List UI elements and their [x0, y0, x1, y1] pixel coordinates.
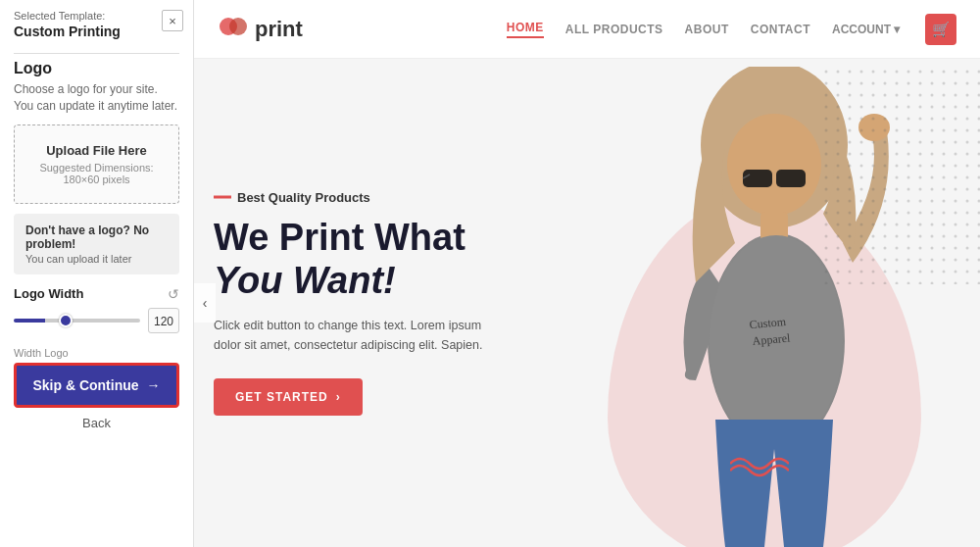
hero-title-line2: You Want!: [214, 260, 396, 301]
hero-title-line1: We Print What: [214, 217, 466, 258]
svg-rect-5: [776, 170, 806, 187]
nav-account[interactable]: ACCOUNT ▾: [832, 23, 900, 36]
nav-links: HOME ALL PRODUCTS ABOUT CONTACT ACCOUNT …: [507, 21, 900, 38]
hero-subtitle: Best Quality Products: [214, 190, 488, 205]
site-hero: ‹ Best Quality Products We Print What Yo…: [194, 59, 980, 547]
upload-box-sub: Suggested Dimensions: 180×60 pixels: [24, 162, 169, 185]
site-logo: print: [218, 14, 303, 45]
nav-account-label: ACCOUNT: [832, 23, 891, 36]
divider: [14, 53, 179, 54]
nav-about[interactable]: ABOUT: [685, 23, 729, 36]
get-started-button[interactable]: GET STARTED ›: [214, 378, 363, 416]
get-started-arrow: ›: [336, 390, 341, 404]
logo-width-row: Logo Width ↺: [14, 286, 179, 302]
left-panel: Selected Template: Custom Printing × Log…: [0, 0, 194, 547]
logo-width-value: 120: [148, 308, 179, 333]
skip-btn-label: Skip & Continue: [32, 377, 138, 393]
hero-body: Click edit button to change this text. L…: [214, 316, 488, 355]
logo-svg-icon: [218, 14, 249, 45]
deco-waves: [730, 449, 789, 478]
refresh-icon[interactable]: ↺: [168, 286, 179, 302]
svg-rect-4: [743, 170, 772, 187]
upload-box-title: Upload File Here: [24, 143, 169, 158]
template-name: Custom Printing: [14, 24, 179, 39]
slider-row: 120: [14, 308, 179, 333]
chevron-down-icon: ▾: [894, 23, 900, 36]
dots-grid: [823, 69, 980, 284]
width-logo-row: Width Logo: [14, 347, 179, 359]
selected-template-label: Selected Template:: [14, 10, 179, 22]
logo-width-slider[interactable]: [14, 319, 140, 323]
logo-width-label: Logo Width: [14, 286, 83, 301]
site-nav: print HOME ALL PRODUCTS ABOUT CONTACT AC…: [194, 0, 980, 59]
svg-point-3: [727, 114, 821, 216]
skip-continue-button[interactable]: Skip & Continue →: [14, 363, 179, 408]
svg-rect-14: [823, 69, 980, 284]
upload-box[interactable]: Upload File Here Suggested Dimensions: 1…: [14, 124, 179, 204]
nav-all-products[interactable]: ALL PRODUCTS: [565, 23, 663, 36]
nav-home[interactable]: HOME: [507, 21, 544, 38]
get-started-label: GET STARTED: [235, 390, 328, 404]
skip-btn-arrow: →: [147, 377, 161, 393]
hero-image-area: // Will be generated below: [529, 59, 980, 547]
logo-text: print: [255, 17, 303, 42]
no-logo-title: Don't have a logo? No problem!: [25, 224, 168, 251]
width-logo-label: Width Logo: [14, 347, 69, 359]
nav-contact[interactable]: CONTACT: [751, 23, 810, 36]
logo-section-title: Logo: [14, 60, 179, 77]
right-preview: print HOME ALL PRODUCTS ABOUT CONTACT AC…: [194, 0, 980, 547]
cart-icon: 🛒: [932, 21, 951, 38]
svg-point-1: [229, 18, 247, 35]
back-link[interactable]: Back: [14, 416, 179, 430]
no-logo-box: Don't have a logo? No problem! You can u…: [14, 214, 179, 274]
logo-section-desc: Choose a logo for your site. You can upd…: [14, 81, 179, 115]
cart-button[interactable]: 🛒: [925, 14, 956, 45]
hero-content: Best Quality Products We Print What You …: [194, 151, 517, 455]
no-logo-sub: You can upload it later: [25, 253, 168, 265]
hero-title: We Print What You Want!: [214, 217, 488, 302]
hero-prev-arrow[interactable]: ‹: [194, 283, 216, 323]
close-button[interactable]: ×: [162, 10, 183, 31]
